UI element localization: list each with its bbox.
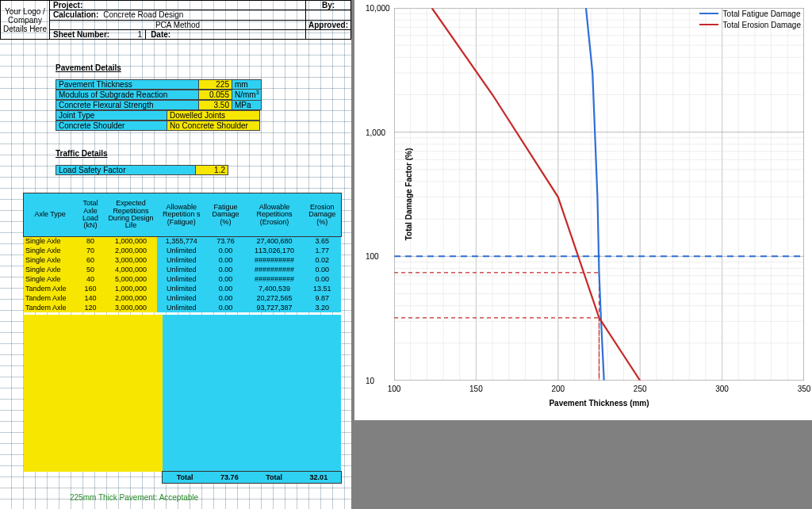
y-axis-label: Total Damage Factor (%) xyxy=(404,148,413,241)
traffic-details-box: Load Safety Factor 1.2 xyxy=(56,165,228,175)
th-reps: Expected Repetitions During Design Life xyxy=(105,193,157,236)
y-tick: 10,000 xyxy=(366,4,390,13)
th-damF: Fatigue Damage (%) xyxy=(206,193,246,236)
chart-panel: Pavement Thickness (mm) Total Damage Fac… xyxy=(354,0,812,420)
title-block: Your Logo / Company Details Here Project… xyxy=(0,0,351,40)
pv-flexural-input[interactable]: 3.50 xyxy=(198,100,232,110)
by-label: By: xyxy=(306,1,350,10)
th-allowF: Allowable Repetition s (Fatigue) xyxy=(157,193,206,236)
pv-thickness-label: Pavement Thickness xyxy=(56,79,198,90)
approved-label: Approved: xyxy=(306,21,350,30)
pv-modulus-input[interactable]: 0.055 xyxy=(198,90,232,100)
project-row[interactable]: Project: xyxy=(50,1,305,10)
table-row[interactable]: Single Axle702,000,000Unlimited0.00113,0… xyxy=(24,246,341,255)
pv-shoulder-select[interactable]: No Concrete Shoulder xyxy=(167,121,260,131)
pv-modulus-unit: N/mm3 xyxy=(232,89,262,100)
pv-flexural-label: Concrete Flexural Strength xyxy=(56,100,198,110)
legend-erosion: Total Erosion Damage xyxy=(699,19,801,30)
logo-placeholder: Your Logo / Company Details Here xyxy=(1,1,50,39)
table-row[interactable]: Single Axle603,000,000Unlimited0.00#####… xyxy=(24,255,341,265)
chart-legend: Total Fatigue Damage Total Erosion Damag… xyxy=(699,8,801,30)
legend-swatch-blue xyxy=(699,13,718,14)
th-allowE: Allowable Repetitions (Erosion) xyxy=(245,193,303,236)
x-tick: 100 xyxy=(388,385,401,393)
pavement-details-box: Pavement Thickness 225 mm Modulus of Sub… xyxy=(56,79,262,131)
x-tick: 150 xyxy=(469,385,483,393)
x-tick: 200 xyxy=(551,385,565,393)
totals-row: Total 73.76 Total 32.01 xyxy=(163,472,341,483)
method-row: PCA Method xyxy=(50,21,305,30)
y-tick: 1,000 xyxy=(366,128,385,136)
pv-thickness-input[interactable]: 225 xyxy=(198,79,232,90)
th-load: Total Axle Load (kN) xyxy=(76,193,105,236)
pv-thickness-unit: mm xyxy=(232,79,262,90)
x-axis-label: Pavement Thickness (mm) xyxy=(549,399,649,408)
pv-joint-select[interactable]: Dowelled Joints xyxy=(167,110,260,121)
table-row[interactable]: Single Axle504,000,000Unlimited0.00#####… xyxy=(24,265,341,274)
sheet-row[interactable]: Sheet Number: 1 Date: xyxy=(50,30,305,39)
table-row[interactable]: Tandem Axle1203,000,000Unlimited0.0093,7… xyxy=(24,303,341,312)
table-row[interactable]: Single Axle801,000,0001,355,77473.7627,4… xyxy=(24,236,341,246)
plot-area: Pavement Thickness (mm) Total Damage Fac… xyxy=(394,8,804,381)
yellow-blank-area[interactable] xyxy=(24,315,163,472)
pv-shoulder-label: Concrete Shoulder xyxy=(56,121,167,131)
y-tick: 100 xyxy=(366,252,379,261)
th-damE: Erosion Damage (%) xyxy=(304,193,341,236)
pv-modulus-label: Modulus of Subgrade Reaction xyxy=(56,90,198,100)
legend-swatch-red xyxy=(699,24,718,25)
table-row[interactable]: Single Axle405,000,000Unlimited0.00#####… xyxy=(24,274,341,284)
cyan-blank-area xyxy=(163,315,341,472)
tf-lsf-input[interactable]: 1.2 xyxy=(195,165,228,175)
x-tick: 250 xyxy=(634,385,647,393)
spreadsheet-panel: Your Logo / Company Details Here Project… xyxy=(0,0,353,509)
pavement-heading: Pavement Details xyxy=(56,63,121,72)
x-tick: 300 xyxy=(715,385,729,393)
pv-joint-label: Joint Type xyxy=(56,110,167,121)
axle-table: Axle Type Total Axle Load (kN) Expected … xyxy=(24,193,341,312)
legend-fatigue: Total Fatigue Damage xyxy=(699,8,801,19)
table-row[interactable]: Tandem Axle1402,000,000Unlimited0.0020,2… xyxy=(24,293,341,303)
pv-flexural-unit: MPa xyxy=(232,100,262,110)
x-tick: 350 xyxy=(798,385,811,393)
calculation-row[interactable]: Calculation: Concrete Road Design xyxy=(50,10,305,20)
th-axle: Axle Type xyxy=(24,193,76,236)
plot-svg xyxy=(394,8,804,381)
y-tick: 10 xyxy=(366,377,374,385)
tf-lsf-label: Load Safety Factor xyxy=(56,165,195,175)
traffic-heading: Traffic Details xyxy=(56,149,108,158)
result-message: 225mm Thick Pavement: Acceptable xyxy=(70,493,198,502)
table-row[interactable]: Tandem Axle1601,000,000Unlimited0.007,40… xyxy=(24,284,341,293)
